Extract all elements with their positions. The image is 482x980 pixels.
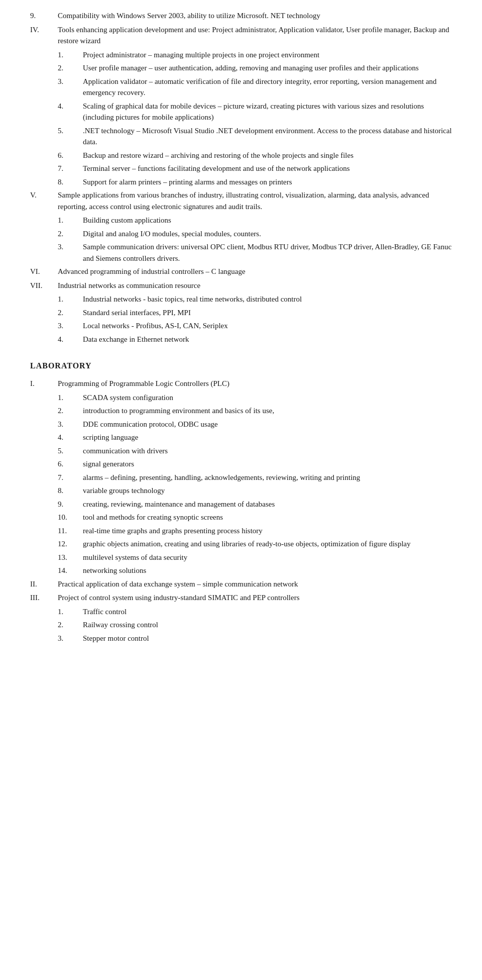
lab-section-iii-label: III.: [30, 592, 58, 604]
list-item: 4.Scaling of graphical data for mobile d…: [30, 101, 452, 123]
list-item: 2.Railway crossing control: [30, 619, 452, 631]
list-item-num: 9.: [58, 499, 83, 510]
list-item-num: 8.: [58, 485, 83, 497]
list-item-num: 3.: [58, 633, 83, 644]
list-item-num: 2.: [58, 228, 83, 240]
list-item-text: Data exchange in Ethernet network: [83, 334, 452, 345]
list-item: 14.networking solutions: [30, 565, 452, 576]
list-item: 2.Digital and analog I/O modules, specia…: [30, 228, 452, 240]
list-item-text: DDE communication protocol, ODBC usage: [83, 419, 452, 430]
list-item: 9.creating, reviewing, maintenance and m…: [30, 499, 452, 510]
list-item-num: 2.: [58, 307, 83, 319]
list-item-num: 3.: [58, 76, 83, 99]
list-item-text: scripting language: [83, 432, 452, 443]
list-item-num: 12.: [58, 538, 83, 550]
list-item-text: tool and methods for creating synoptic s…: [83, 512, 452, 523]
list-item: 1.Project administrator – managing multi…: [30, 49, 452, 61]
list-item: 6.signal generators: [30, 458, 452, 470]
section-vii-label: VII.: [30, 280, 58, 291]
list-item-num: 7.: [58, 163, 83, 174]
lab-section-i: I. Programming of Programmable Logic Con…: [30, 378, 452, 389]
list-item-num: 1.: [58, 293, 83, 305]
section-iv-items: 1.Project administrator – managing multi…: [30, 49, 452, 188]
list-item-num: 1.: [58, 606, 83, 618]
list-item: 13.multilevel systems of data security: [30, 552, 452, 563]
section-vii-text: Industrial networks as communication res…: [58, 280, 452, 291]
list-item-text: Industrial networks - basic topics, real…: [83, 293, 452, 305]
list-item: 7.alarms – defining, presenting, handlin…: [30, 472, 452, 483]
list-item-text: real-time time graphs and graphs present…: [83, 525, 452, 537]
list-item-num: 2.: [58, 405, 83, 417]
list-item-text: Building custom applications: [83, 215, 452, 226]
section-9: 9. Compatibility with Windows Server 200…: [30, 10, 452, 22]
list-item: 5..NET technology – Microsoft Visual Stu…: [30, 125, 452, 148]
list-item-text: introduction to programming environment …: [83, 405, 452, 417]
list-item-text: Local networks - Profibus, AS-I, CAN, Se…: [83, 320, 452, 332]
list-item-num: 6.: [58, 458, 83, 470]
list-item-text: communication with drivers: [83, 445, 452, 457]
section-v-items: 1.Building custom applications2.Digital …: [30, 215, 452, 264]
list-item: 8.Support for alarm printers – printing …: [30, 176, 452, 188]
section-vii-items: 1.Industrial networks - basic topics, re…: [30, 293, 452, 345]
list-item: 11.real-time time graphs and graphs pres…: [30, 525, 452, 537]
list-item-text: SCADA system configuration: [83, 392, 452, 404]
list-item-text: alarms – defining, presenting, handling,…: [83, 472, 452, 483]
section-vi-label: VI.: [30, 266, 58, 277]
list-item-num: 7.: [58, 472, 83, 483]
list-item: 3.DDE communication protocol, ODBC usage: [30, 419, 452, 430]
list-item-num: 2.: [58, 619, 83, 631]
list-item: 5.communication with drivers: [30, 445, 452, 457]
list-item-text: networking solutions: [83, 565, 452, 576]
list-item-num: 14.: [58, 565, 83, 576]
list-item-num: 11.: [58, 525, 83, 537]
list-item-text: signal generators: [83, 458, 452, 470]
list-item: 1.SCADA system configuration: [30, 392, 452, 404]
list-item-text: .NET technology – Microsoft Visual Studi…: [83, 125, 452, 148]
list-item-text: Scaling of graphical data for mobile dev…: [83, 101, 452, 123]
lab-section-ii-label: II.: [30, 578, 58, 590]
list-item: 2.introduction to programming environmen…: [30, 405, 452, 417]
lab-section-iii-text: Project of control system using industry…: [58, 592, 452, 604]
list-item-text: graphic objects animation, creating and …: [83, 538, 452, 550]
list-item: 2.User profile manager – user authentica…: [30, 62, 452, 74]
list-item-num: 3.: [58, 241, 83, 264]
lab-section-ii-text: Practical application of data exchange s…: [58, 578, 452, 590]
list-item-text: Support for alarm printers – printing al…: [83, 176, 452, 188]
list-item: 1.Traffic control: [30, 606, 452, 618]
list-item: 7.Terminal server – functions facilitati…: [30, 163, 452, 174]
list-item-num: 13.: [58, 552, 83, 563]
list-item-text: Traffic control: [83, 606, 452, 618]
list-item: 6.Backup and restore wizard – archiving …: [30, 150, 452, 161]
list-item-text: Digital and analog I/O modules, special …: [83, 228, 452, 240]
list-item: 3.Stepper motor control: [30, 633, 452, 644]
laboratory-header: LABORATORY: [30, 360, 452, 372]
list-item-num: 3.: [58, 320, 83, 332]
list-item-num: 1.: [58, 49, 83, 61]
section-v-text: Sample applications from various branche…: [58, 189, 452, 212]
list-item: 3.Application validator – automatic veri…: [30, 76, 452, 99]
list-item: 12.graphic objects animation, creating a…: [30, 538, 452, 550]
list-item-text: Sample communication drivers: universal …: [83, 241, 452, 264]
list-item-num: 2.: [58, 62, 83, 74]
list-item-text: User profile manager – user authenticati…: [83, 62, 452, 74]
lab-section-i-label: I.: [30, 378, 58, 389]
list-item-num: 4.: [58, 101, 83, 123]
lab-section-iii-items: 1.Traffic control2.Railway crossing cont…: [30, 606, 452, 644]
list-item: 2.Standard serial interfaces, PPI, MPI: [30, 307, 452, 319]
section-iv-text: Tools enhancing application development …: [58, 24, 452, 47]
list-item-num: 6.: [58, 150, 83, 161]
list-item-num: 5.: [58, 445, 83, 457]
list-item: 3.Local networks - Profibus, AS-I, CAN, …: [30, 320, 452, 332]
list-item: 4.scripting language: [30, 432, 452, 443]
section-iv-label: IV.: [30, 24, 58, 47]
section-vi-text: Advanced programming of industrial contr…: [58, 266, 452, 277]
list-item-text: Standard serial interfaces, PPI, MPI: [83, 307, 452, 319]
list-item: 3.Sample communication drivers: universa…: [30, 241, 452, 264]
list-item-text: Application validator – automatic verifi…: [83, 76, 452, 99]
list-item-num: 4.: [58, 432, 83, 443]
lab-section-ii: II. Practical application of data exchan…: [30, 578, 452, 590]
lab-section-iii: III. Project of control system using ind…: [30, 592, 452, 604]
list-item-num: 1.: [58, 215, 83, 226]
section-v: V. Sample applications from various bran…: [30, 189, 452, 212]
lab-section-i-text: Programming of Programmable Logic Contro…: [58, 378, 452, 389]
